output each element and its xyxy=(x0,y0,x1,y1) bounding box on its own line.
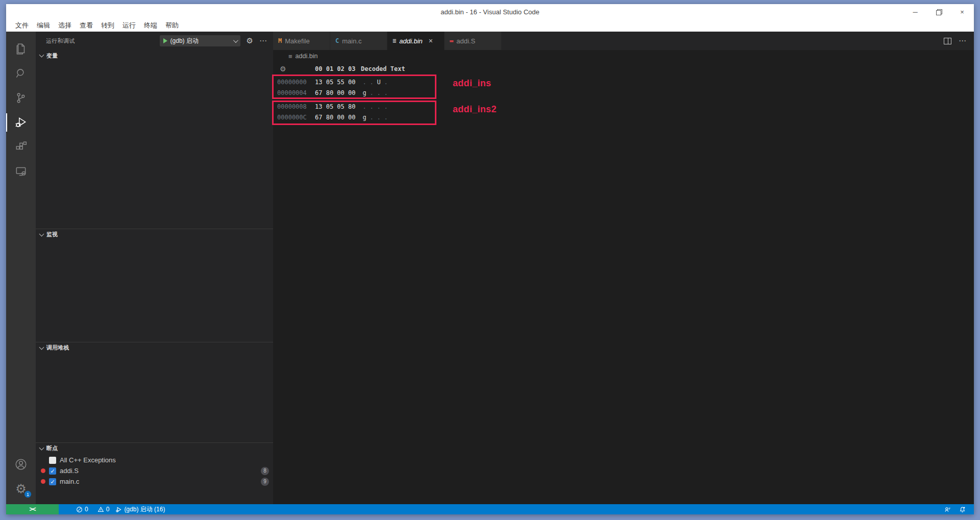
editor-actions: ⋯ xyxy=(944,32,974,50)
breadcrumb-file: addi.bin xyxy=(296,53,318,60)
menu-item[interactable]: 帮助 xyxy=(161,21,183,30)
watch-section-label: 监视 xyxy=(46,231,58,238)
hex-row[interactable]: 00000004 67 80 00 00 g... xyxy=(273,87,974,98)
breakpoint-row[interactable]: All C++ Exceptions xyxy=(36,455,273,465)
file-type-icon: ▬ xyxy=(450,37,453,44)
hex-row[interactable]: 00000008 13 05 05 80 .... xyxy=(273,101,974,112)
vscode-window: addi.bin - 16 - Visual Studio Code ─ × 文… xyxy=(6,4,974,514)
editor-tab-bar: M Makefile × C main.c × ≡ ad xyxy=(273,32,974,50)
editor-tab[interactable]: M Makefile × xyxy=(273,32,330,50)
variables-section-header[interactable]: 变量 xyxy=(36,50,273,61)
chevron-down-icon xyxy=(39,445,44,450)
debug-more-actions-icon[interactable]: ⋯ xyxy=(259,37,267,45)
breadcrumb[interactable]: ≡ addi.bin xyxy=(273,50,974,62)
hex-row[interactable]: 0000000C 67 80 00 00 g... xyxy=(273,112,974,122)
debug-session-label: (gdb) 启动 (16) xyxy=(124,505,165,514)
hex-view[interactable]: 00000000 13 05 55 00 ..U. 00000004 67 80… xyxy=(273,77,974,504)
breakpoint-checkbox[interactable] xyxy=(49,478,56,485)
callstack-section-header[interactable]: 调用堆栈 xyxy=(36,342,273,353)
tab-label: addi.bin xyxy=(399,37,423,45)
problems-status[interactable]: 0 0 xyxy=(73,504,112,514)
feedback-button[interactable] xyxy=(941,506,954,513)
callstack-section-label: 调用堆栈 xyxy=(46,344,69,352)
sidebar-item-source-control[interactable] xyxy=(6,86,36,110)
extensions-icon xyxy=(14,140,28,154)
editor-tab[interactable]: ▬ addi.S × xyxy=(445,32,502,50)
breakpoint-row[interactable]: addi.S 8 xyxy=(36,465,273,476)
breakpoint-row[interactable]: main.c 9 xyxy=(36,476,273,487)
remote-explorer-icon xyxy=(14,165,28,178)
menu-item[interactable]: 选择 xyxy=(54,21,76,30)
menu-item[interactable]: 转到 xyxy=(97,21,118,30)
callstack-section-body xyxy=(36,353,273,442)
window-controls: ─ × xyxy=(903,4,974,19)
warning-count: 0 xyxy=(106,506,110,513)
menu-item[interactable]: 查看 xyxy=(76,21,97,30)
breakpoint-label: All C++ Exceptions xyxy=(60,456,269,464)
breakpoint-dot-icon xyxy=(41,479,45,484)
status-bar: >< 0 0 (gdb) 启动 (16) xyxy=(6,504,974,514)
error-count: 0 xyxy=(85,506,88,513)
chevron-down-icon xyxy=(39,53,44,58)
warning-icon xyxy=(97,506,104,513)
remote-indicator[interactable]: >< xyxy=(6,504,59,514)
breakpoints-list: All C++ Exceptions addi.S 8 xyxy=(36,454,273,504)
debug-settings-gear-icon[interactable]: ⚙ xyxy=(247,37,253,45)
sidebar-item-search[interactable] xyxy=(6,61,36,86)
hex-bytes[interactable]: 67 80 00 00 xyxy=(315,114,360,121)
breakpoint-label: addi.S xyxy=(60,467,257,475)
hex-decoded-text: g... xyxy=(361,114,389,121)
window-title: addi.bin - 16 - Visual Studio Code xyxy=(6,8,974,16)
play-icon xyxy=(163,38,167,43)
close-icon[interactable]: × xyxy=(429,37,433,45)
breakpoint-count-badge: 9 xyxy=(261,478,269,486)
hex-bytes[interactable]: 13 05 55 00 xyxy=(315,79,360,86)
desktop-frame: addi.bin - 16 - Visual Studio Code ─ × 文… xyxy=(0,0,980,520)
annotation-label-addi-ins2: addi_ins2 xyxy=(453,104,497,115)
sidebar-item-extensions[interactable] xyxy=(6,135,36,159)
notifications-button[interactable] xyxy=(956,506,969,513)
menu-bar: 文件 编辑 选择 查看 转到 运行 终端 帮助 xyxy=(6,19,974,32)
sidebar-title: 运行和调试 xyxy=(46,37,160,45)
launch-config-dropdown[interactable]: (gdb) 启动 xyxy=(160,35,240,46)
menu-item[interactable]: 编辑 xyxy=(33,21,54,30)
restore-button[interactable] xyxy=(927,4,950,19)
tab-label: main.c xyxy=(342,37,361,45)
breakpoint-checkbox[interactable] xyxy=(49,457,56,464)
breakpoint-checkbox[interactable] xyxy=(49,467,56,475)
editor-more-actions-icon[interactable]: ⋯ xyxy=(959,36,967,45)
breakpoints-section-label: 断点 xyxy=(46,444,58,452)
editor-tab[interactable]: C main.c × xyxy=(330,32,387,50)
sidebar-item-explorer[interactable] xyxy=(6,37,36,61)
title-bar[interactable]: addi.bin - 16 - Visual Studio Code ─ × xyxy=(6,4,974,19)
menu-item[interactable]: 运行 xyxy=(118,21,140,30)
watch-section-header[interactable]: 监视 xyxy=(36,229,273,240)
account-icon xyxy=(14,458,28,471)
restore-icon xyxy=(936,9,941,14)
sidebar-item-run-and-debug[interactable] xyxy=(6,110,36,135)
source-control-icon xyxy=(14,91,28,105)
activity-bar: ⚙ 1 xyxy=(6,32,36,504)
close-button[interactable]: × xyxy=(950,4,974,19)
breakpoints-section-header[interactable]: 断点 xyxy=(36,442,273,454)
tab-label: Makefile xyxy=(285,37,309,45)
hex-row[interactable]: 00000000 13 05 55 00 ..U. xyxy=(273,77,974,87)
split-editor-icon[interactable] xyxy=(944,38,951,44)
sidebar-item-remote-explorer[interactable] xyxy=(6,159,36,184)
chevron-down-icon xyxy=(39,344,44,350)
hex-address: 00000008 xyxy=(277,103,315,110)
breakpoint-label: main.c xyxy=(60,478,257,485)
settings-button[interactable]: ⚙ 1 xyxy=(6,477,36,501)
hex-bytes[interactable]: 67 80 00 00 xyxy=(315,89,360,96)
hex-settings-gear-icon[interactable]: ⚙ xyxy=(280,65,286,73)
menu-item[interactable]: 文件 xyxy=(11,21,33,30)
hex-bytes[interactable]: 13 05 05 80 xyxy=(315,103,360,110)
tab-label: addi.S xyxy=(456,37,475,45)
debug-session-status[interactable]: (gdb) 启动 (16) xyxy=(112,504,168,514)
run-debug-sidebar: 运行和调试 (gdb) 启动 ⚙ ⋯ 变量 监视 xyxy=(36,32,273,504)
accounts-button[interactable] xyxy=(6,452,36,477)
menu-item[interactable]: 终端 xyxy=(140,21,161,30)
editor-tab[interactable]: ≡ addi.bin × xyxy=(387,32,445,50)
hex-decoded-text: ..U. xyxy=(361,79,389,86)
minimize-button[interactable]: ─ xyxy=(903,4,927,19)
